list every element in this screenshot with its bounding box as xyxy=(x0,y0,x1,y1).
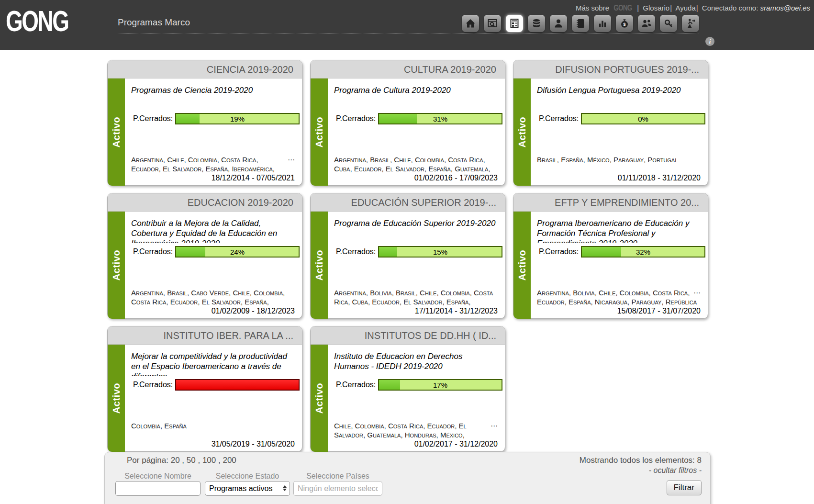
user-icon[interactable] xyxy=(550,15,567,32)
help-link[interactable]: Ayuda xyxy=(675,4,695,12)
countries-list: ⋯ Argentina, Chile, Colombia, Costa Rica… xyxy=(131,155,295,175)
program-card-content: Programas de Ciencia 2019-2020 P.Cerrado… xyxy=(125,78,302,186)
gong-logo: GONG xyxy=(6,4,68,38)
program-description: Programas de Ciencia 2019-2020 xyxy=(131,85,295,110)
key-icon[interactable] xyxy=(660,15,677,32)
money-icon[interactable]: $ xyxy=(616,15,633,32)
paises-filter-input[interactable] xyxy=(293,481,382,496)
program-card-header[interactable]: INSTITUTOS DE DD.HH ( ID... xyxy=(311,326,505,345)
more-countries-ellipsis: ⋯ xyxy=(368,174,377,175)
logout-icon[interactable] xyxy=(682,15,699,32)
date-range: 01/02/2016 - 17/09/2023 xyxy=(414,174,498,182)
date-range: 01/02/2009 - 18/12/2023 xyxy=(212,307,295,315)
separator: | xyxy=(670,4,672,12)
program-card-header[interactable]: CIENCIA 2019-2020 xyxy=(108,60,302,78)
countries-text: Argentina, Bolivia, Chile, Colombia, Cos… xyxy=(537,289,697,306)
per-page-option-100[interactable]: 100 xyxy=(202,456,216,465)
date-range: 01/11/2018 - 31/12/2020 xyxy=(618,174,701,182)
program-card-header[interactable]: CULTURA 2019-2020 xyxy=(311,60,505,78)
closed-projects-row: P.Cerrados: 15% xyxy=(336,246,502,258)
program-card-body: Activo Instituto de Educacion en Derecho… xyxy=(311,345,505,452)
paises-filter-label: Seleccione Países xyxy=(293,472,382,481)
status-ribbon: Activo xyxy=(108,212,125,319)
program-card[interactable]: EDUCACIÓN SUPERIOR 2019-... Activo Progr… xyxy=(310,193,505,319)
program-card-header[interactable]: EDUCACIÓN SUPERIOR 2019-... xyxy=(311,193,505,212)
gong-mini-logo: GONG xyxy=(614,4,632,13)
database-icon[interactable] xyxy=(528,15,545,32)
name-filter-input[interactable] xyxy=(115,481,201,496)
closed-projects-label: P.Cerrados: xyxy=(539,114,581,123)
date-range: 01/02/2017 - 31/12/2020 xyxy=(414,440,498,448)
program-card-header[interactable]: EDUCACION 2019-2020 xyxy=(108,193,302,212)
program-card[interactable]: INSTITUTOS DE DD.HH ( ID... Activo Insti… xyxy=(310,326,505,452)
program-card-header[interactable]: EFTP Y EMPRENDIMIENTO 20... xyxy=(513,193,708,212)
per-page: Por página: 20 , 50 , 100 , 200 xyxy=(127,456,236,465)
status-label: Activo xyxy=(111,117,122,147)
filter-button[interactable]: Filtrar xyxy=(667,480,702,495)
countries-text: Colombia, España xyxy=(131,422,187,430)
status-label: Activo xyxy=(517,250,528,280)
countries-text: Brasil, España, México, Paraguay, Portug… xyxy=(537,156,678,164)
closed-projects-row: P.Cerrados: 0% xyxy=(539,113,705,124)
countries-list: Colombia, España xyxy=(131,421,295,441)
progress-value xyxy=(176,380,299,390)
program-card[interactable]: EDUCACION 2019-2020 Activo Contribuir a … xyxy=(107,193,302,319)
program-card-body: Activo Contribuir a la Mejora de la Cali… xyxy=(108,212,302,319)
program-card-header[interactable]: INSTITUTO IBER. PARA LA ... xyxy=(108,326,302,345)
program-description: Difusión Lengua Portuguesa 2019-2020 xyxy=(537,85,701,110)
per-page-option-20[interactable]: 20 xyxy=(171,456,180,465)
progress-value: 15% xyxy=(379,247,502,257)
progress-value: 19% xyxy=(176,114,299,123)
nav-icons: $ xyxy=(462,15,699,32)
hide-filters-link[interactable]: - ocultar filtros - xyxy=(649,466,702,475)
closed-projects-label: P.Cerrados: xyxy=(133,247,175,256)
info-icon[interactable]: i xyxy=(705,37,714,46)
per-page-options: 20 , 50 , 100 , 200 xyxy=(171,456,236,465)
program-card-body: Activo Difusión Lengua Portuguesa 2019-2… xyxy=(513,78,708,186)
program-card[interactable]: INSTITUTO IBER. PARA LA ... Activo Mejor… xyxy=(107,326,302,452)
svg-text:$: $ xyxy=(623,22,626,27)
countries-list: Argentina, Brasil, Cabo Verde, Chile, Co… xyxy=(131,288,295,308)
notebook-icon[interactable] xyxy=(572,15,589,32)
progress-bar: 32% xyxy=(581,246,705,258)
program-card[interactable]: EFTP Y EMPRENDIMIENTO 20... Activo Progr… xyxy=(513,193,708,319)
programs-icon[interactable] xyxy=(506,15,523,32)
program-card[interactable]: CIENCIA 2019-2020 Activo Programas de Ci… xyxy=(107,60,302,186)
separator: | xyxy=(696,4,698,12)
status-ribbon: Activo xyxy=(513,212,531,319)
program-card-content: Instituto de Educacion en Derechos Human… xyxy=(328,345,505,452)
status-label: Activo xyxy=(314,117,325,147)
countries-text: Chile, Colombia, Costa Rica, Ecuador, El… xyxy=(334,422,467,441)
more-about-label: Más sobre xyxy=(576,4,609,12)
progress-value: 31% xyxy=(379,114,502,123)
countries-text: Argentina, Brasil, Cabo Verde, Chile, Co… xyxy=(131,289,285,308)
program-card-body: Activo Mejorar la competitividad y la pr… xyxy=(108,345,302,452)
partners-icon[interactable] xyxy=(638,15,655,32)
estado-select[interactable]: Programas activos xyxy=(205,481,290,496)
closed-projects-row: P.Cerrados: xyxy=(133,379,300,391)
program-card[interactable]: DIFUSION PORTUGUES 2019-... Activo Difus… xyxy=(513,60,708,186)
per-page-option-50[interactable]: 50 xyxy=(187,456,196,465)
program-card-content: Contribuir a la Mejora de la Calidad, Co… xyxy=(125,212,302,319)
program-card-header[interactable]: DIFUSION PORTUGUES 2019-... xyxy=(513,60,708,78)
home-icon[interactable] xyxy=(462,15,479,32)
glossary-link[interactable]: Glosario xyxy=(643,4,669,12)
chart-icon[interactable] xyxy=(594,15,611,32)
progress-bar: 17% xyxy=(378,379,502,391)
separator: | xyxy=(637,4,639,12)
topbar: Más sobre GONG | Glosario| Ayuda| Conect… xyxy=(576,4,810,12)
closed-projects-label: P.Cerrados: xyxy=(336,381,378,389)
closed-projects-label: P.Cerrados: xyxy=(336,114,378,123)
countries-text: Argentina, Chile, Colombia, Costa Rica, … xyxy=(131,156,275,175)
app-header: GONG Programas Marco Más sobre GONG | Gl… xyxy=(0,0,814,50)
countries-text: Argentina, Brasil, Chile, Colombia, Cost… xyxy=(334,156,491,175)
search-page-icon[interactable] xyxy=(484,15,501,32)
progress-value: 32% xyxy=(582,247,704,257)
closed-projects-label: P.Cerrados: xyxy=(133,114,175,123)
per-page-option-200[interactable]: 200 xyxy=(223,456,236,465)
program-card[interactable]: CULTURA 2019-2020 Activo Programa de Cul… xyxy=(310,60,505,186)
program-card-body: Activo Programa de Cultura 2019-2020 P.C… xyxy=(311,78,505,186)
logged-in-user: sramos@oei.es xyxy=(760,4,810,12)
program-card-body: Activo Programa de Educación Superior 20… xyxy=(311,212,505,319)
header-divider xyxy=(118,33,699,34)
